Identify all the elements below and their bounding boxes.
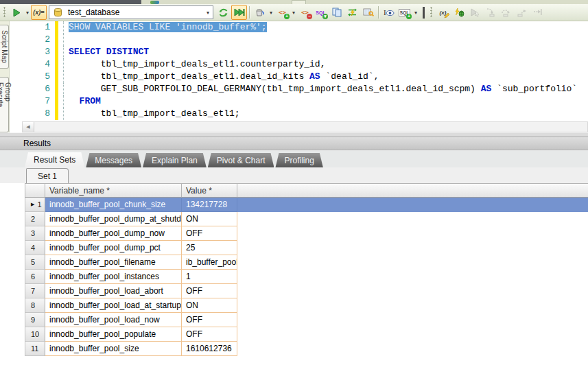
results-splitter[interactable] bbox=[0, 132, 588, 137]
row-header[interactable]: ▶1 bbox=[25, 198, 45, 212]
row-header[interactable]: 10 bbox=[25, 327, 45, 342]
cell-value[interactable]: 25 bbox=[182, 241, 237, 255]
table-row[interactable]: 5innodb_buffer_pool_filenameib_buffer_po… bbox=[25, 255, 588, 270]
result-set-tab-set-1[interactable]: Set 1 bbox=[26, 168, 69, 183]
table-key-button[interactable] bbox=[360, 5, 376, 20]
results-tab-messages[interactable]: Messages bbox=[86, 153, 141, 167]
row-header[interactable]: 5 bbox=[25, 255, 45, 270]
new-sql-window-button[interactable]: SQL+ bbox=[397, 5, 412, 20]
play-icon bbox=[10, 7, 22, 18]
step-into-icon bbox=[484, 7, 496, 18]
results-tab-explain-plan[interactable]: Explain Plan bbox=[143, 153, 207, 167]
cell-value[interactable]: ib_buffer_pool bbox=[182, 255, 237, 270]
table-row[interactable]: ▶1innodb_buffer_pool_chunk_size134217728 bbox=[25, 198, 588, 212]
cell-value[interactable]: 1 bbox=[182, 270, 237, 284]
cell-variable-name[interactable]: innodb_buffer_pool_dump_at_shutdown bbox=[45, 212, 182, 226]
row-header[interactable]: 4 bbox=[25, 241, 45, 255]
cell-variable-name[interactable]: innodb_buffer_pool_load_at_startup bbox=[45, 298, 182, 313]
table-row[interactable]: 11innodb_buffer_pool_size1610612736 bbox=[25, 342, 588, 356]
new-sql-window-dropdown[interactable]: ▾ bbox=[412, 5, 419, 20]
row-header[interactable]: 3 bbox=[25, 226, 45, 241]
cell-variable-name[interactable]: innodb_buffer_pool_size bbox=[45, 342, 182, 356]
format-bucket-dropdown[interactable]: ▾ bbox=[268, 5, 274, 20]
step-into-button bbox=[482, 5, 498, 20]
copy-data-button[interactable] bbox=[329, 5, 344, 20]
key-table-icon bbox=[362, 7, 374, 18]
cell-filler bbox=[237, 255, 588, 270]
row-header[interactable]: 2 bbox=[25, 212, 45, 226]
run-cursor-icon bbox=[532, 7, 543, 18]
row-header[interactable]: 11 bbox=[25, 342, 45, 356]
code-snippet-remove-button[interactable]: <>− bbox=[297, 5, 313, 20]
cell-value[interactable]: OFF bbox=[182, 327, 237, 342]
edit-parameters-button[interactable]: (x) bbox=[435, 5, 451, 20]
cell-variable-name[interactable]: innodb_buffer_pool_dump_now bbox=[45, 226, 182, 241]
results-tab-result-sets[interactable]: Result Sets bbox=[25, 152, 84, 167]
table-row[interactable]: 2innodb_buffer_pool_dump_at_shutdownON bbox=[25, 212, 588, 226]
sql-editor[interactable]: 1SHOW VARIABLES LIKE 'innodb_buffer%';23… bbox=[10, 21, 588, 132]
table-row[interactable]: 7innodb_buffer_pool_load_abortOFF bbox=[25, 284, 588, 298]
horizontal-scrollbar[interactable]: ◀ bbox=[22, 121, 588, 132]
database-combo[interactable]: test_database▾ bbox=[49, 5, 213, 19]
execute-script-button[interactable] bbox=[231, 5, 247, 20]
code-area[interactable]: 1SHOW VARIABLES LIKE 'innodb_buffer%';23… bbox=[10, 21, 588, 121]
row-header[interactable]: 9 bbox=[25, 313, 45, 327]
execute-query-button[interactable] bbox=[8, 5, 24, 20]
cell-value[interactable]: OFF bbox=[182, 313, 237, 327]
cell-value[interactable]: OFF bbox=[182, 226, 237, 241]
query-parameters-button[interactable]: (x)= bbox=[31, 5, 47, 20]
sidebar-tab-group-execute[interactable]: Group Execute bbox=[0, 77, 9, 132]
grid-corner-cell[interactable] bbox=[25, 183, 45, 198]
gutter-divider bbox=[58, 108, 64, 120]
import-export-button[interactable] bbox=[344, 5, 360, 20]
cell-variable-name[interactable]: innodb_buffer_pool_load_now bbox=[45, 313, 182, 327]
cell-variable-name[interactable]: innodb_buffer_pool_chunk_size bbox=[45, 198, 182, 212]
toolbar-grip[interactable] bbox=[3, 7, 6, 18]
gutter-divider bbox=[58, 83, 64, 95]
table-row[interactable]: 6innodb_buffer_pool_instances1 bbox=[25, 270, 588, 284]
format-sql-button[interactable]: SQL▾ bbox=[313, 5, 329, 20]
table-row[interactable]: 3innodb_buffer_pool_dump_nowOFF bbox=[25, 226, 588, 241]
format-bucket-button[interactable] bbox=[252, 5, 268, 20]
grid-column-header-variable-name[interactable]: Variable_name * bbox=[45, 183, 182, 198]
row-header[interactable]: 8 bbox=[25, 298, 45, 313]
grid-column-header-value[interactable]: Value * bbox=[182, 183, 237, 198]
gutter-divider bbox=[58, 46, 64, 58]
document-tab-icon bbox=[150, 1, 159, 4]
gutter-divider bbox=[58, 34, 64, 46]
cell-variable-name[interactable]: innodb_buffer_pool_dump_pct bbox=[45, 241, 182, 255]
line-number: 5 bbox=[10, 71, 55, 83]
eye-icon: I bbox=[383, 7, 395, 18]
line-number: 7 bbox=[10, 95, 55, 108]
cell-variable-name[interactable]: innodb_buffer_pool_filename bbox=[45, 255, 182, 270]
cell-variable-name[interactable]: innodb_buffer_pool_instances bbox=[45, 270, 182, 284]
cell-variable-name[interactable]: innodb_buffer_pool_load_abort bbox=[45, 284, 182, 298]
table-row[interactable]: 10innodb_buffer_pool_populateOFF bbox=[25, 327, 588, 342]
cell-value[interactable]: OFF bbox=[182, 284, 237, 298]
results-tab-pivot-chart[interactable]: Pivot & Chart bbox=[208, 153, 274, 167]
cell-value[interactable]: 134217728 bbox=[182, 198, 237, 212]
cell-variable-name[interactable]: innodb_buffer_pool_populate bbox=[45, 327, 182, 342]
row-header[interactable]: 7 bbox=[25, 284, 45, 298]
cell-value[interactable]: 1610612736 bbox=[182, 342, 237, 356]
refresh-database-button[interactable] bbox=[215, 5, 231, 20]
code-snippet-add-dropdown[interactable]: ▾ bbox=[290, 5, 297, 20]
toolbar-grip-2[interactable] bbox=[430, 7, 433, 18]
code-snippet-add-button[interactable]: <>+ bbox=[274, 5, 290, 20]
cell-value[interactable]: ON bbox=[182, 298, 237, 313]
table-row[interactable]: 8innodb_buffer_pool_load_at_startupON bbox=[25, 298, 588, 313]
sidebar-tab-script-map[interactable]: Script Map bbox=[0, 25, 9, 69]
debug-button[interactable] bbox=[451, 5, 467, 20]
results-tab-profiling[interactable]: Profiling bbox=[275, 153, 322, 167]
query-visualizer-button[interactable]: I bbox=[381, 5, 397, 20]
execute-query-dropdown[interactable]: ▾ bbox=[24, 5, 31, 20]
row-header[interactable]: 6 bbox=[25, 270, 45, 284]
table-row[interactable]: 4innodb_buffer_pool_dump_pct25 bbox=[25, 241, 588, 255]
cell-filler bbox=[237, 298, 588, 313]
table-row[interactable]: 9innodb_buffer_pool_load_nowOFF bbox=[25, 313, 588, 327]
scroll-left-arrow[interactable]: ◀ bbox=[23, 122, 34, 132]
database-combo-dropdown-icon[interactable]: ▾ bbox=[204, 5, 211, 20]
code-line: 5 tbl_tmp_import_deals_etl1.deal_id_kits… bbox=[10, 71, 588, 83]
play-cursor-icon bbox=[469, 7, 480, 18]
cell-value[interactable]: ON bbox=[182, 212, 237, 226]
